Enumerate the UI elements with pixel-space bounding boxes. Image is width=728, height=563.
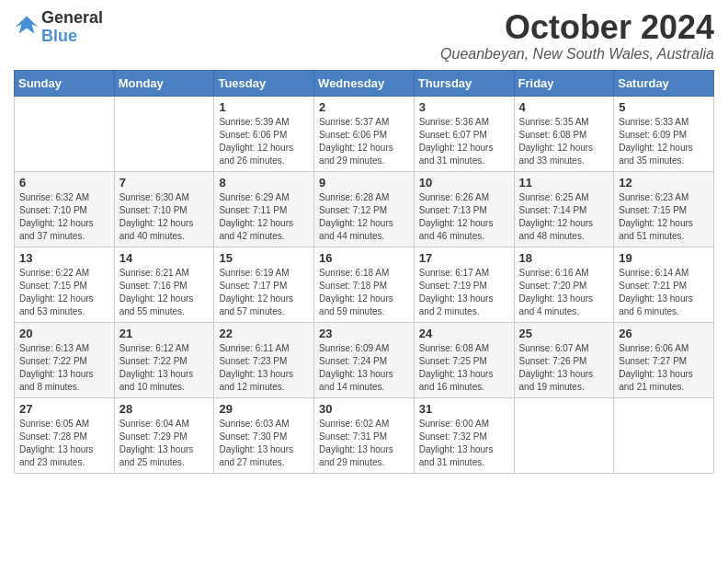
day-number: 27	[19, 402, 109, 416]
day-info: Sunrise: 6:28 AM Sunset: 7:12 PM Dayligh…	[319, 191, 409, 243]
logo-subtext: Blue	[41, 28, 103, 46]
location-title: Queanbeyan, New South Wales, Australia	[440, 46, 714, 63]
day-number: 7	[119, 176, 210, 190]
logo-bird-icon	[14, 13, 40, 39]
calendar-cell: 18Sunrise: 6:16 AM Sunset: 7:20 PM Dayli…	[514, 247, 614, 322]
day-number: 8	[219, 176, 309, 190]
weekday-header-sunday: Sunday	[15, 70, 115, 96]
calendar-cell: 28Sunrise: 6:04 AM Sunset: 7:29 PM Dayli…	[114, 397, 214, 473]
calendar-cell	[15, 96, 115, 171]
calendar-cell: 4Sunrise: 5:35 AM Sunset: 6:08 PM Daylig…	[514, 96, 614, 171]
calendar-cell: 20Sunrise: 6:13 AM Sunset: 7:22 PM Dayli…	[15, 322, 115, 397]
day-info: Sunrise: 6:11 AM Sunset: 7:23 PM Dayligh…	[219, 342, 309, 394]
day-info: Sunrise: 6:12 AM Sunset: 7:22 PM Dayligh…	[119, 342, 210, 394]
day-number: 11	[519, 176, 609, 190]
day-info: Sunrise: 5:39 AM Sunset: 6:06 PM Dayligh…	[219, 116, 309, 167]
calendar-cell: 1Sunrise: 5:39 AM Sunset: 6:06 PM Daylig…	[214, 96, 314, 171]
day-info: Sunrise: 6:00 AM Sunset: 7:32 PM Dayligh…	[419, 418, 509, 469]
day-info: Sunrise: 6:04 AM Sunset: 7:29 PM Dayligh…	[119, 418, 210, 469]
day-info: Sunrise: 5:36 AM Sunset: 6:07 PM Dayligh…	[419, 116, 509, 167]
calendar-cell: 26Sunrise: 6:06 AM Sunset: 7:27 PM Dayli…	[614, 322, 714, 397]
day-info: Sunrise: 6:22 AM Sunset: 7:15 PM Dayligh…	[19, 267, 109, 318]
calendar-cell: 7Sunrise: 6:30 AM Sunset: 7:10 PM Daylig…	[114, 171, 214, 247]
day-number: 22	[219, 327, 309, 340]
day-info: Sunrise: 6:29 AM Sunset: 7:11 PM Dayligh…	[219, 191, 309, 243]
weekday-header-saturday: Saturday	[614, 70, 714, 96]
calendar-cell: 3Sunrise: 5:36 AM Sunset: 6:07 PM Daylig…	[414, 96, 514, 171]
weekday-header-wednesday: Wednesday	[314, 70, 415, 96]
day-info: Sunrise: 6:32 AM Sunset: 7:10 PM Dayligh…	[19, 191, 109, 243]
calendar-cell: 17Sunrise: 6:17 AM Sunset: 7:19 PM Dayli…	[414, 247, 514, 322]
logo-text: General	[41, 9, 103, 28]
day-info: Sunrise: 6:09 AM Sunset: 7:24 PM Dayligh…	[319, 342, 409, 394]
day-number: 14	[119, 251, 210, 265]
calendar-cell: 19Sunrise: 6:14 AM Sunset: 7:21 PM Dayli…	[614, 247, 714, 322]
calendar-cell: 14Sunrise: 6:21 AM Sunset: 7:16 PM Dayli…	[114, 247, 214, 322]
day-number: 31	[419, 402, 509, 416]
day-number: 20	[19, 327, 109, 340]
day-info: Sunrise: 6:13 AM Sunset: 7:22 PM Dayligh…	[19, 342, 109, 394]
calendar-cell	[514, 397, 614, 473]
weekday-header-thursday: Thursday	[414, 70, 514, 96]
calendar-cell: 9Sunrise: 6:28 AM Sunset: 7:12 PM Daylig…	[314, 171, 415, 247]
calendar-week-row: 6Sunrise: 6:32 AM Sunset: 7:10 PM Daylig…	[15, 171, 714, 247]
day-number: 12	[619, 176, 709, 190]
calendar-body: 1Sunrise: 5:39 AM Sunset: 6:06 PM Daylig…	[15, 96, 714, 473]
calendar-cell: 2Sunrise: 5:37 AM Sunset: 6:06 PM Daylig…	[314, 96, 415, 171]
day-number: 29	[219, 402, 309, 416]
day-number: 3	[419, 100, 509, 114]
calendar-cell: 13Sunrise: 6:22 AM Sunset: 7:15 PM Dayli…	[15, 247, 115, 322]
day-number: 17	[419, 251, 509, 265]
day-number: 15	[219, 251, 309, 265]
day-number: 5	[619, 100, 709, 114]
day-info: Sunrise: 6:06 AM Sunset: 7:27 PM Dayligh…	[619, 342, 709, 394]
day-info: Sunrise: 6:05 AM Sunset: 7:28 PM Dayligh…	[19, 418, 109, 469]
calendar-cell: 16Sunrise: 6:18 AM Sunset: 7:18 PM Dayli…	[314, 247, 415, 322]
calendar-cell: 6Sunrise: 6:32 AM Sunset: 7:10 PM Daylig…	[15, 171, 115, 247]
day-number: 26	[619, 327, 709, 340]
calendar-cell: 8Sunrise: 6:29 AM Sunset: 7:11 PM Daylig…	[214, 171, 314, 247]
day-info: Sunrise: 5:37 AM Sunset: 6:06 PM Dayligh…	[319, 116, 409, 167]
calendar-cell: 27Sunrise: 6:05 AM Sunset: 7:28 PM Dayli…	[15, 397, 115, 473]
calendar-cell: 10Sunrise: 6:26 AM Sunset: 7:13 PM Dayli…	[414, 171, 514, 247]
calendar-cell: 11Sunrise: 6:25 AM Sunset: 7:14 PM Dayli…	[514, 171, 614, 247]
day-number: 1	[219, 100, 309, 114]
day-number: 4	[519, 100, 609, 114]
weekday-header-friday: Friday	[514, 70, 614, 96]
day-number: 13	[19, 251, 109, 265]
day-info: Sunrise: 6:21 AM Sunset: 7:16 PM Dayligh…	[119, 267, 210, 318]
day-number: 19	[619, 251, 709, 265]
day-info: Sunrise: 6:08 AM Sunset: 7:25 PM Dayligh…	[419, 342, 509, 394]
calendar-cell: 15Sunrise: 6:19 AM Sunset: 7:17 PM Dayli…	[214, 247, 314, 322]
calendar-cell	[114, 96, 214, 171]
calendar-cell: 31Sunrise: 6:00 AM Sunset: 7:32 PM Dayli…	[414, 397, 514, 473]
day-number: 10	[419, 176, 509, 190]
calendar-cell: 23Sunrise: 6:09 AM Sunset: 7:24 PM Dayli…	[314, 322, 415, 397]
calendar-week-row: 13Sunrise: 6:22 AM Sunset: 7:15 PM Dayli…	[15, 247, 714, 322]
calendar-cell: 5Sunrise: 5:33 AM Sunset: 6:09 PM Daylig…	[614, 96, 714, 171]
day-number: 23	[319, 327, 409, 340]
svg-marker-0	[15, 16, 38, 33]
day-info: Sunrise: 6:03 AM Sunset: 7:30 PM Dayligh…	[219, 418, 309, 469]
weekday-header-row: SundayMondayTuesdayWednesdayThursdayFrid…	[15, 70, 714, 96]
day-info: Sunrise: 6:18 AM Sunset: 7:18 PM Dayligh…	[319, 267, 409, 318]
day-info: Sunrise: 6:16 AM Sunset: 7:20 PM Dayligh…	[519, 267, 609, 318]
day-info: Sunrise: 6:07 AM Sunset: 7:26 PM Dayligh…	[519, 342, 609, 394]
calendar-cell: 25Sunrise: 6:07 AM Sunset: 7:26 PM Dayli…	[514, 322, 614, 397]
day-info: Sunrise: 6:17 AM Sunset: 7:19 PM Dayligh…	[419, 267, 509, 318]
day-info: Sunrise: 6:19 AM Sunset: 7:17 PM Dayligh…	[219, 267, 309, 318]
calendar-cell: 21Sunrise: 6:12 AM Sunset: 7:22 PM Dayli…	[114, 322, 214, 397]
day-info: Sunrise: 6:02 AM Sunset: 7:31 PM Dayligh…	[319, 418, 409, 469]
calendar-cell: 30Sunrise: 6:02 AM Sunset: 7:31 PM Dayli…	[314, 397, 415, 473]
day-number: 28	[119, 402, 210, 416]
day-info: Sunrise: 5:35 AM Sunset: 6:08 PM Dayligh…	[519, 116, 609, 167]
day-info: Sunrise: 5:33 AM Sunset: 6:09 PM Dayligh…	[619, 116, 709, 167]
calendar-cell: 12Sunrise: 6:23 AM Sunset: 7:15 PM Dayli…	[614, 171, 714, 247]
day-number: 24	[419, 327, 509, 340]
day-info: Sunrise: 6:14 AM Sunset: 7:21 PM Dayligh…	[619, 267, 709, 318]
calendar-week-row: 1Sunrise: 5:39 AM Sunset: 6:06 PM Daylig…	[15, 96, 714, 171]
title-area: October 2024 Queanbeyan, New South Wales…	[440, 9, 714, 63]
calendar-week-row: 27Sunrise: 6:05 AM Sunset: 7:28 PM Dayli…	[15, 397, 714, 473]
calendar-cell: 22Sunrise: 6:11 AM Sunset: 7:23 PM Dayli…	[214, 322, 314, 397]
header: General Blue October 2024 Queanbeyan, Ne…	[14, 9, 714, 63]
